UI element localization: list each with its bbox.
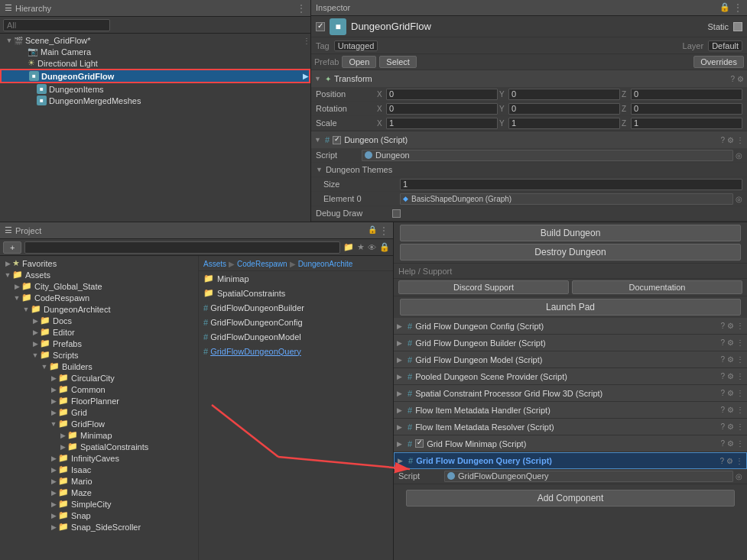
- model-help[interactable]: ?: [720, 355, 725, 364]
- spatial-more[interactable]: ⋮: [736, 389, 744, 397]
- config-settings[interactable]: ⚙: [727, 322, 734, 330]
- resolver-help[interactable]: ?: [720, 422, 725, 431]
- hierarchy-search[interactable]: [3, 19, 110, 31]
- rot-y-input[interactable]: [508, 103, 620, 115]
- dungeon-script-header[interactable]: ▼ # Dungeon (Script) ? ⚙ ⋮: [311, 131, 747, 148]
- tree-infinitycaves[interactable]: ▶ 📁 InfinityCaves: [0, 452, 198, 464]
- comp-grid-flow-config[interactable]: ▶ # Grid Flow Dungeon Config (Script) ?⚙…: [394, 318, 747, 335]
- static-checkbox[interactable]: [733, 22, 742, 31]
- handler-help[interactable]: ?: [720, 406, 725, 414]
- eye-icon[interactable]: 👁: [368, 243, 376, 252]
- model-more[interactable]: ⋮: [736, 355, 744, 364]
- query-settings[interactable]: ⚙: [726, 457, 733, 465]
- scene-menu[interactable]: ⋮: [303, 37, 310, 45]
- tree-snap-sidescroller[interactable]: ▶ 📁 Snap_SideScroller: [0, 521, 198, 532]
- tree-dungeonarchitect[interactable]: ▼ 📁 DungeonArchitect: [0, 303, 198, 315]
- dungeon-script-target-icon[interactable]: ◎: [736, 151, 742, 160]
- tree-prefabs[interactable]: ▶ 📁 Prefabs: [0, 338, 198, 349]
- tree-circularcity[interactable]: ▶ 📁 CircularCity: [0, 372, 198, 384]
- tree-mario[interactable]: ▶ 📁 Mario: [0, 475, 198, 487]
- pos-x-input[interactable]: [386, 89, 498, 100]
- builder-settings[interactable]: ⚙: [727, 338, 734, 347]
- comp-flow-metadata-resolver[interactable]: ▶ # Flow Item Metadata Resolver (Script)…: [394, 419, 747, 435]
- handler-settings[interactable]: ⚙: [727, 406, 734, 414]
- breadcrumb-dungeonarchite[interactable]: DungeonArchite: [298, 260, 353, 268]
- rot-x-input[interactable]: [386, 103, 498, 115]
- tree-city-global[interactable]: ▶ 📁 City_Global_State: [0, 280, 198, 292]
- builder-more[interactable]: ⋮: [736, 338, 744, 347]
- project-menu-icon[interactable]: ⋮: [379, 225, 388, 236]
- comp-pooled-dungeon[interactable]: ▶ # Pooled Dungeon Scene Provider (Scrip…: [394, 368, 747, 385]
- file-query[interactable]: # GridFlowDungeonQuery: [199, 344, 393, 358]
- comp-grid-flow-model[interactable]: ▶ # Grid Flow Dungeon Model (Script) ?⚙⋮: [394, 351, 747, 368]
- tree-coderespawn[interactable]: ▼ 📁 CodeRespawn: [0, 292, 198, 303]
- dungeon-element-asset[interactable]: ◆ BasicShapeDungeon (Graph): [400, 193, 733, 205]
- project-search[interactable]: [24, 241, 340, 254]
- resolver-more[interactable]: ⋮: [736, 422, 744, 431]
- minimap-more[interactable]: ⋮: [736, 439, 744, 448]
- add-button[interactable]: +: [3, 241, 21, 254]
- file-config[interactable]: # GridFlowDungeonConfig: [199, 315, 393, 329]
- dungeon-script-checkbox[interactable]: [333, 136, 341, 144]
- file-builder[interactable]: # GridFlowDungeonBuilder: [199, 300, 393, 315]
- scene-root[interactable]: ▼ 🎬 Scene_GridFlow* ⋮: [0, 35, 310, 46]
- favorites-item[interactable]: ▶ ★ Favorites: [0, 257, 198, 269]
- scl-z-input[interactable]: [631, 118, 742, 129]
- transform-settings-icon[interactable]: ⚙: [737, 75, 744, 83]
- dungeon-more-icon[interactable]: ⋮: [736, 136, 744, 144]
- launch-pad-button[interactable]: Launch Pad: [400, 299, 741, 316]
- comp-flow-minimap[interactable]: ▶ # Grid Flow Minimap (Script) ?⚙⋮ ➤: [394, 435, 747, 452]
- tree-maze[interactable]: ▶ 📁 Maze: [0, 487, 198, 498]
- pooled-settings[interactable]: ⚙: [727, 372, 734, 380]
- breadcrumb-assets[interactable]: Assets: [203, 260, 226, 268]
- pooled-help[interactable]: ?: [720, 372, 725, 380]
- breadcrumb-coderespawn[interactable]: CodeRespawn: [237, 260, 287, 268]
- comp-spatial-constraint[interactable]: ▶ # Spatial Constraint Processor Grid Fl…: [394, 385, 747, 402]
- resolver-settings[interactable]: ⚙: [727, 422, 734, 431]
- tree-grid[interactable]: ▶ 📁 Grid: [0, 406, 198, 418]
- builder-help[interactable]: ?: [720, 338, 725, 347]
- tree-main-camera[interactable]: 📷 Main Camera: [0, 46, 310, 57]
- pooled-more[interactable]: ⋮: [736, 372, 744, 380]
- tree-dungeon-merged[interactable]: ■ DungeonMergedMeshes: [0, 95, 310, 106]
- config-help[interactable]: ?: [720, 322, 725, 330]
- folder-view-icon[interactable]: 📁: [343, 242, 354, 252]
- star-icon[interactable]: ★: [357, 242, 365, 252]
- query-help[interactable]: ?: [719, 457, 724, 465]
- build-dungeon-button[interactable]: Build Dungeon: [400, 225, 741, 241]
- query-target-icon[interactable]: ◎: [736, 472, 742, 481]
- tree-scripts[interactable]: ▼ 📁 Scripts: [0, 349, 198, 361]
- file-minimap[interactable]: 📁 Minimap: [199, 271, 393, 286]
- handler-more[interactable]: ⋮: [736, 406, 744, 414]
- tree-directional-light[interactable]: ☀ Directional Light: [0, 57, 310, 69]
- inspector-lock-icon[interactable]: 🔒: [719, 2, 730, 13]
- minimap-checkbox[interactable]: [415, 439, 424, 448]
- tree-floorplanner[interactable]: ▶ 📁 FloorPlanner: [0, 395, 198, 406]
- inspector-menu-icon[interactable]: ⋮: [733, 2, 742, 13]
- transform-header[interactable]: ▼ ✦ Transform ? ⚙: [311, 70, 747, 87]
- tree-builders[interactable]: ▼ 📁 Builders: [0, 361, 198, 372]
- transform-help-icon[interactable]: ?: [730, 75, 735, 83]
- lock-icon2[interactable]: 🔒: [379, 242, 390, 252]
- tree-dungeon-items[interactable]: ■ DungeonItems: [0, 83, 310, 95]
- tree-minimap-sub[interactable]: ▶ 📁 Minimap: [0, 429, 198, 441]
- tree-common[interactable]: ▶ 📁 Common: [0, 384, 198, 395]
- tree-gridflow[interactable]: ▼ 📁 GridFlow: [0, 418, 198, 429]
- project-lock-icon[interactable]: 🔒: [368, 225, 377, 236]
- minimap-help[interactable]: ?: [720, 439, 725, 448]
- config-more[interactable]: ⋮: [736, 322, 744, 330]
- layer-dropdown[interactable]: Default: [708, 40, 742, 51]
- destroy-dungeon-button[interactable]: Destroy Dungeon: [400, 244, 741, 261]
- scl-x-input[interactable]: [386, 118, 498, 129]
- dungeon-themes-header[interactable]: ▼ Dungeon Themes: [311, 163, 747, 177]
- file-model[interactable]: # GridFlowDungeonModel: [199, 329, 393, 344]
- assets-root[interactable]: ▼ 📁 Assets: [0, 269, 198, 280]
- tree-dungeon-grid-flow[interactable]: ■ DungeonGridFlow ▶: [0, 69, 310, 83]
- tree-docs[interactable]: ▶ 📁 Docs: [0, 315, 198, 326]
- rot-z-input[interactable]: [631, 103, 742, 115]
- tree-snap[interactable]: ▶ 📁 Snap: [0, 510, 198, 521]
- scl-y-input[interactable]: [508, 118, 620, 129]
- tree-simplecity[interactable]: ▶ 📁 SimpleCity: [0, 498, 198, 510]
- comp-grid-flow-builder[interactable]: ▶ # Grid Flow Dungeon Builder (Script) ?…: [394, 335, 747, 351]
- tag-dropdown[interactable]: Untagged: [334, 40, 378, 51]
